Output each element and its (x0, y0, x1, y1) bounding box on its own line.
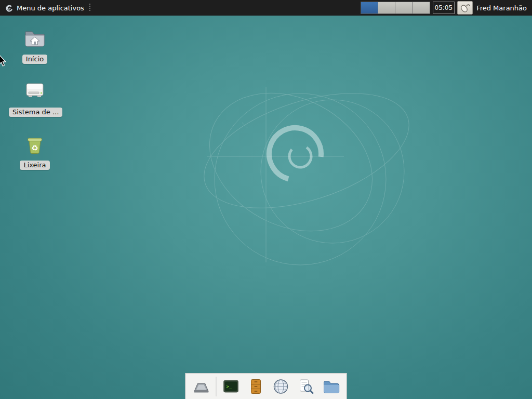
applications-menu-button[interactable]: Menu de aplicativos (2, 0, 96, 16)
bottom-dock: >_ (185, 373, 347, 399)
web-browser-icon (272, 378, 290, 395)
clock[interactable]: 05:05 (433, 2, 455, 14)
application-finder-launcher[interactable] (296, 376, 316, 397)
show-desktop-icon (193, 378, 210, 395)
mouse-icon (459, 3, 471, 13)
workspace-switcher (361, 2, 430, 14)
svg-text:♻: ♻ (31, 143, 38, 153)
desktop-icon-label: Início (22, 55, 47, 64)
application-finder-icon (297, 378, 315, 395)
top-panel: Menu de aplicativos 05:05 Fred (0, 0, 532, 16)
menu-logo-icon (4, 3, 14, 12)
trash-icon: ♻ (22, 131, 47, 156)
workspace-3[interactable] (395, 2, 413, 14)
debian-swirl-wallpaper (0, 0, 532, 399)
terminal-launcher[interactable]: >_ (221, 376, 242, 397)
file-manager-launcher[interactable] (321, 376, 341, 397)
show-desktop-button[interactable] (191, 376, 212, 397)
mouse-cursor (0, 54, 8, 68)
desktop-icon-home[interactable]: Início (9, 25, 61, 64)
mouse-applet[interactable] (457, 1, 473, 15)
file-cabinet-launcher[interactable] (246, 376, 267, 397)
user-menu[interactable]: Fred Maranhão (475, 4, 530, 12)
desktop-icon-label: Lixeira (20, 161, 49, 170)
workspace-1[interactable] (361, 2, 378, 14)
desktop-screen: Menu de aplicativos 05:05 Fred (0, 0, 532, 399)
clock-time: 05:05 (435, 4, 453, 11)
desktop-icon-trash[interactable]: ♻ Lixeira (9, 131, 61, 170)
workspace-4[interactable] (413, 2, 430, 14)
desktop-icon-filesystem[interactable]: Sistema de ... (9, 78, 61, 117)
file-cabinet-icon (247, 378, 265, 395)
filesystem-drive-icon (22, 78, 47, 103)
file-manager-icon (322, 378, 340, 395)
svg-text:>_: >_ (227, 384, 232, 389)
dock-separator (216, 377, 217, 396)
panel-right-group: 05:05 Fred Maranhão (361, 0, 530, 16)
terminal-icon: >_ (222, 378, 240, 395)
desktop-icon-label: Sistema de ... (9, 108, 62, 117)
home-folder-icon (22, 25, 47, 50)
applications-menu-label: Menu de aplicativos (17, 4, 84, 12)
panel-grip-handle[interactable] (88, 4, 91, 12)
web-browser-launcher[interactable] (271, 376, 291, 397)
workspace-2[interactable] (378, 2, 395, 14)
